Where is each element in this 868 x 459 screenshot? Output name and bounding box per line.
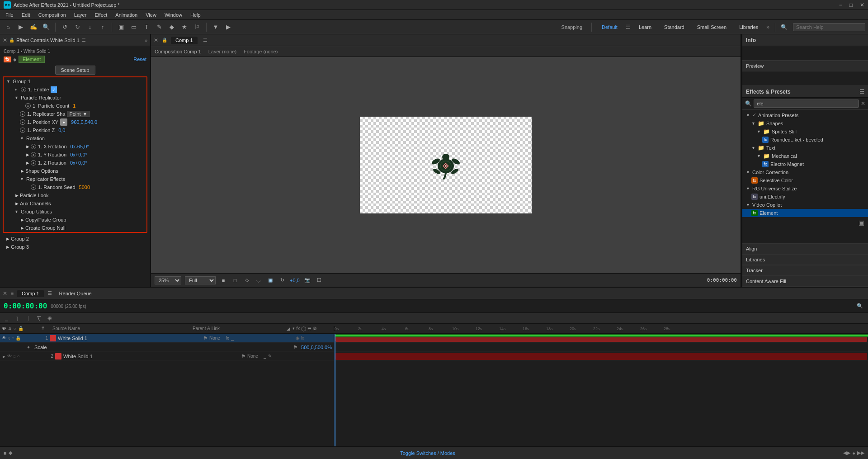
minimize-button[interactable]: − [839, 2, 842, 8]
toggle-switches-label[interactable]: Toggle Switches / Modes [400, 450, 455, 456]
layer-2-audio[interactable]: ♫ [13, 354, 16, 359]
workspace-small-screen[interactable]: Small Screen [693, 22, 731, 32]
maximize-button[interactable]: □ [849, 2, 853, 8]
puppet-tool[interactable]: ⚐ [192, 22, 203, 33]
electro-magnet-item[interactable]: fx Electro Magnet [742, 160, 868, 168]
element-item[interactable]: fx Element [742, 209, 868, 217]
snapping-control[interactable]: Snapping [558, 24, 586, 31]
pen-tool[interactable]: ✎ [154, 22, 165, 33]
pz-stopwatch[interactable]: ● [20, 128, 25, 133]
redo-button[interactable]: ↻ [72, 22, 83, 33]
comp-color-icon[interactable]: ▣ [266, 276, 274, 284]
zoom-select[interactable]: 25% 50% 100% [155, 276, 181, 284]
tl-search-button[interactable]: 🔍 [855, 302, 864, 310]
scale-value[interactable]: 500,0,500,0% [301, 345, 332, 350]
xr-stopwatch[interactable]: ● [31, 144, 36, 149]
tl-lock-button[interactable]: ⎲ [34, 314, 43, 322]
pxy-value[interactable]: 960,0,540,0 [71, 119, 97, 125]
comp-close-button[interactable]: ✕ [154, 37, 158, 43]
yr-value[interactable]: 0x+0,0° [70, 152, 87, 157]
scene-setup-button[interactable]: Scene Setup [55, 66, 95, 75]
workspace-overflow[interactable]: » [766, 24, 769, 30]
tl-footer-nav1[interactable]: ◀▶ [843, 450, 850, 456]
shape-options-row[interactable]: ► Shape Options [4, 167, 146, 175]
libraries-header[interactable]: Libraries [742, 254, 868, 265]
preview-header[interactable]: Preview [742, 61, 868, 71]
layer-2-expand[interactable]: ► [2, 354, 5, 359]
mask-tool[interactable]: ▣ [116, 22, 127, 33]
text-tool[interactable]: T [141, 22, 152, 33]
animation-presets-section[interactable]: ▼ ✓ Animation Presets [742, 111, 868, 119]
tl-pre-compose[interactable]: ⎱ [13, 314, 22, 322]
reset-button[interactable]: Reset [133, 57, 146, 62]
aux-channels-row[interactable]: ► Aux Channels [4, 199, 146, 208]
layer-2-pen-icon[interactable]: ✎ [268, 354, 272, 359]
content-aware-header[interactable]: Content Aware Fill [742, 276, 868, 287]
particle-look-row[interactable]: ► Particle Look [4, 191, 146, 199]
text-item[interactable]: ▼ 📁 Text [742, 144, 868, 152]
timeline-comp-tab[interactable]: Comp 1 [17, 290, 44, 297]
layer-1-solo[interactable]: ○ [12, 336, 14, 341]
menu-layer[interactable]: Layer [71, 11, 90, 19]
workspace-learn[interactable]: Learn [634, 22, 656, 32]
l1-motion-blur[interactable]: ◉ [296, 336, 300, 341]
zoom-tool[interactable]: 🔍 [41, 22, 52, 33]
pc-stopwatch[interactable]: ● [25, 103, 31, 109]
rs-stopwatch[interactable]: ● [20, 111, 25, 117]
tl-footer-scrubber[interactable]: ● [852, 450, 855, 456]
home-button[interactable]: ⌂ [3, 22, 14, 33]
tl-solo-col-icon[interactable]: ○ [14, 326, 16, 331]
group1-header[interactable]: ▼ Group 1 [4, 77, 146, 85]
menu-edit[interactable]: Edit [18, 11, 34, 19]
selective-color-item[interactable]: fx Selective Color [742, 176, 868, 185]
layer-2-row[interactable]: ► 👁 ♫ ○ 2 White Solid 1 ⚑ None [0, 352, 334, 361]
arrow-down[interactable]: ↓ [85, 22, 95, 33]
align-header[interactable]: Align [742, 243, 868, 254]
create-null-row[interactable]: ► Create Group Null [4, 224, 146, 232]
layer-1-lock[interactable]: 🔒 [15, 336, 21, 341]
comp-menu-icon[interactable]: ☰ [203, 37, 208, 43]
comp-snapshot-icon[interactable]: ☐ [315, 276, 323, 284]
undo-button[interactable]: ↺ [59, 22, 70, 33]
rounded-bevel-item[interactable]: fx Rounded...ket - beveled [742, 136, 868, 144]
tl-link-button[interactable]: ⎯ [2, 314, 11, 322]
menu-view[interactable]: View [142, 11, 160, 19]
selection-tool[interactable]: ▶ [15, 22, 26, 33]
effects-presets-menu[interactable]: ☰ [859, 89, 864, 95]
quality-select[interactable]: Full Half Quarter [185, 276, 216, 284]
effect-name-badge[interactable]: Element [19, 56, 45, 63]
comp-tab[interactable]: Comp 1 [171, 37, 198, 44]
search-help-input[interactable] [793, 23, 865, 31]
color-correction-section[interactable]: ▼ Color Correction [742, 168, 868, 176]
zr-stopwatch[interactable]: ● [31, 160, 36, 166]
paint-tool[interactable]: ★ [179, 22, 190, 33]
motion-tool[interactable]: ▼ [210, 22, 221, 33]
anchor-tool[interactable]: ◆ [166, 22, 177, 33]
effects-options-icon[interactable]: ▣ [859, 219, 864, 226]
comp-title-safe-icon[interactable]: □ [231, 276, 239, 284]
tl-lock-col-icon[interactable]: 🔒 [18, 326, 24, 331]
scale-stopwatch[interactable]: ● [27, 345, 30, 350]
timeline-close-button[interactable]: ✕ [3, 290, 7, 297]
uni-electrify-item[interactable]: fx uni.Electrify [742, 193, 868, 201]
enable-stopwatch[interactable]: ● [21, 87, 26, 92]
workspace-libraries[interactable]: Libraries [735, 22, 763, 32]
comp-reset-icon[interactable]: ↻ [278, 276, 286, 284]
tl-audio-icon[interactable]: ♫ [8, 326, 12, 331]
rseed-stopwatch[interactable]: ● [31, 185, 36, 190]
yr-stopwatch[interactable]: ● [31, 152, 36, 157]
timeline-timecode-display[interactable]: 0:00:00:00 [4, 302, 47, 310]
menu-file[interactable]: File [2, 11, 17, 19]
group2-header[interactable]: ► Group 2 [2, 235, 148, 243]
menu-composition[interactable]: Composition [35, 11, 70, 19]
layer-1-eye[interactable]: 👁 [2, 336, 6, 341]
render-queue-tab[interactable]: Render Queue [59, 291, 92, 296]
pc-value[interactable]: 1 [73, 103, 75, 109]
comp-camera-icon[interactable]: 📷 [303, 276, 311, 284]
particle-replicator-row[interactable]: ▼ Particle Replicator [4, 94, 146, 102]
panel-close-button[interactable]: ✕ [3, 37, 7, 43]
tl-footer-nav2[interactable]: ▶▶ [857, 450, 864, 456]
enable-checkbox[interactable]: ✓ [51, 86, 57, 93]
tl-eye-icon[interactable]: 👁 [2, 326, 6, 331]
panel-menu-icon[interactable]: ☰ [81, 37, 86, 43]
